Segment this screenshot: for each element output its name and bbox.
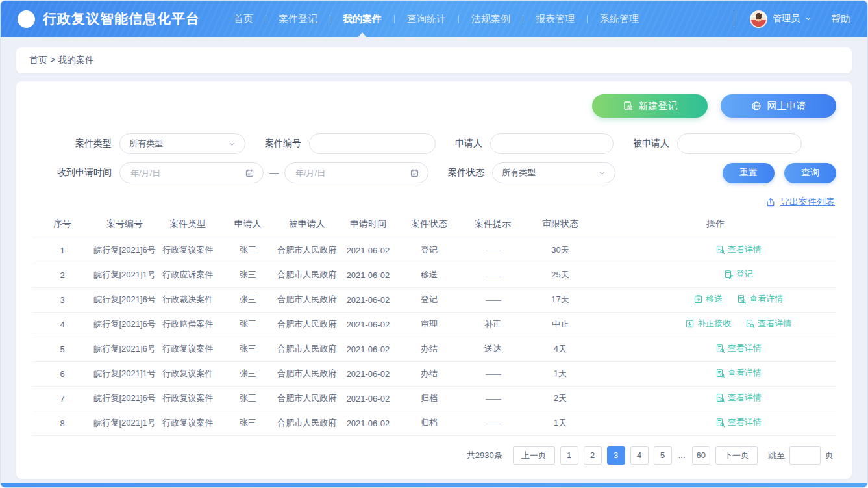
actions-cell: 移送查看详情 [595, 287, 836, 312]
view-detail-link[interactable]: 查看详情 [715, 392, 762, 404]
respondent-cell: 合肥市人民政府 [277, 411, 338, 435]
prev-page-button[interactable]: 上一页 [513, 446, 555, 465]
chevron-down-icon [599, 170, 606, 177]
navbar-divider [734, 11, 734, 27]
case-no-cell: 皖行复[2021]1号 [93, 361, 156, 386]
actions-cell: 查看详情 [595, 386, 836, 411]
jump-label: 跳至 [768, 450, 785, 461]
case-type-cell: 行政裁决案件 [156, 287, 219, 312]
status-cell: 归档 [399, 411, 460, 435]
register-link[interactable]: 登记 [724, 268, 753, 280]
next-page-button[interactable]: 下一页 [715, 446, 758, 465]
apply-date-cell: 2021-06-02 [338, 312, 399, 337]
nav-item-my-cases[interactable]: 我的案件 [343, 1, 382, 37]
page-number-3[interactable]: 3 [607, 446, 625, 465]
search-button[interactable]: 查询 [784, 163, 836, 183]
view-detail-label: 查看详情 [728, 417, 762, 428]
deadline-cell: 4天 [526, 337, 595, 361]
empty-dash: —— [486, 369, 500, 379]
case-no-input[interactable] [309, 133, 436, 154]
nav-item-case-register[interactable]: 案件登记 [279, 1, 317, 37]
view-detail-icon [715, 418, 725, 428]
page-number-4[interactable]: 4 [630, 446, 649, 465]
actions-cell: 补正接收查看详情 [595, 312, 836, 337]
applicant-input[interactable] [490, 133, 614, 154]
empty-dash: —— [486, 295, 500, 305]
nav-item-report-management[interactable]: 报表管理 [536, 1, 575, 37]
status-cell: 移送 [399, 263, 460, 287]
case-type-select[interactable]: 所有类型 [119, 133, 245, 154]
online-apply-button[interactable]: 网上申请 [721, 94, 836, 118]
view-detail-link[interactable]: 查看详情 [715, 244, 762, 255]
new-register-button[interactable]: 新建登记 [592, 94, 708, 118]
view-detail-link[interactable]: 查看详情 [715, 342, 762, 354]
pagination: 共2930条 上一页 12345...60 下一页 跳至 页 [34, 446, 834, 465]
help-link[interactable]: 帮助 [831, 13, 850, 25]
respondent-input[interactable] [677, 133, 802, 154]
nav-item-regulation-cases[interactable]: 法规案例 [471, 1, 510, 37]
actions-cell: 查看详情 [595, 361, 836, 386]
status-cell: 审理 [399, 312, 460, 337]
transfer-link[interactable]: 移送 [693, 293, 723, 305]
actions-cell: 登记 [595, 263, 836, 287]
page-number-60[interactable]: 60 [692, 446, 710, 465]
apply-date-cell: 2021-06-02 [338, 287, 399, 312]
deadline-cell: 2天 [526, 386, 595, 411]
case-type-value: 所有类型 [129, 138, 163, 149]
empty-dash: —— [486, 394, 500, 404]
apply-date-cell: 2021-06-02 [338, 337, 399, 361]
case-status-select[interactable]: 所有类型 [492, 162, 615, 183]
jump-page-input[interactable] [789, 446, 821, 465]
doc-plus-icon [623, 101, 633, 111]
receive-correction-link[interactable]: 补正接收 [685, 318, 731, 329]
export-case-list-link[interactable]: 导出案件列表 [780, 196, 835, 208]
top-navbar: 行政复议智能信息化平台 首页案件登记我的案件查询统计法规案例报表管理系统管理 管… [1, 1, 867, 37]
chevron-down-icon [805, 16, 812, 22]
date-start-input[interactable] [119, 162, 264, 183]
status-cell: 办结 [399, 361, 460, 386]
view-detail-link[interactable]: 查看详情 [715, 417, 762, 428]
view-detail-link[interactable]: 查看详情 [715, 367, 762, 379]
applicant-cell: 张三 [219, 238, 277, 263]
actions-cell: 查看详情 [595, 238, 836, 263]
hint-cell: 送达 [460, 337, 526, 361]
view-detail-link[interactable]: 查看详情 [745, 318, 791, 329]
page-root: 行政复议智能信息化平台 首页案件登记我的案件查询统计法规案例报表管理系统管理 管… [0, 0, 868, 488]
applicant-cell: 张三 [219, 411, 277, 435]
case-type-cell: 行政复议案件 [156, 337, 219, 361]
page-numbers: 12345...60 [555, 446, 710, 465]
nav-separator [394, 15, 395, 23]
case-type-cell: 行政复议案件 [156, 386, 219, 411]
main-card: 新建登记 网上申请 案件类型 所有类型 案件编号 申请人 被申请人 收到申请时间 [16, 81, 852, 479]
page-number-2[interactable]: 2 [584, 446, 602, 465]
applicant-cell: 张三 [219, 312, 277, 337]
navbar-right: 管理员 帮助 [727, 10, 850, 28]
case-no-cell: 皖行复[2021]6号 [93, 386, 156, 411]
page-number-5[interactable]: 5 [654, 446, 672, 465]
column-header: 案件提示 [460, 211, 526, 238]
date-end-input[interactable] [284, 162, 428, 183]
table-row: 1皖行复[2021]6号行政复议案件张三合肥市人民政府2021-06-02登记—… [32, 238, 836, 263]
view-detail-label: 查看详情 [749, 293, 783, 305]
user-menu[interactable]: 管理员 [750, 10, 812, 28]
hint-cell: —— [460, 263, 526, 287]
applicant-cell: 张三 [219, 287, 277, 312]
nav-item-query-statistics[interactable]: 查询统计 [407, 1, 446, 37]
online-apply-label: 网上申请 [767, 100, 806, 112]
view-detail-link[interactable]: 查看详情 [737, 293, 783, 305]
hint-cell: —— [460, 238, 526, 263]
hint-cell: —— [460, 287, 526, 312]
apply-date-cell: 2021-06-02 [338, 361, 399, 386]
deadline-cell: 30天 [526, 238, 595, 263]
nav-item-system-management[interactable]: 系统管理 [600, 1, 639, 37]
nav-item-home[interactable]: 首页 [234, 1, 253, 37]
case-type-cell: 行政复议案件 [156, 411, 219, 435]
total-count: 共2930条 [467, 450, 502, 461]
respondent-cell: 合肥市人民政府 [277, 312, 338, 337]
table-row: 8皖行复[2021]1号行政复议案件张三合肥市人民政府2021-06-02归档—… [32, 411, 836, 435]
table-row: 7皖行复[2021]6号行政复议案件张三合肥市人民政府2021-06-02归档—… [32, 386, 836, 411]
page-number-1[interactable]: 1 [560, 446, 578, 465]
chevron-down-icon [229, 140, 236, 148]
case-status-value: 所有类型 [502, 167, 536, 179]
reset-button[interactable]: 重置 [723, 163, 775, 183]
